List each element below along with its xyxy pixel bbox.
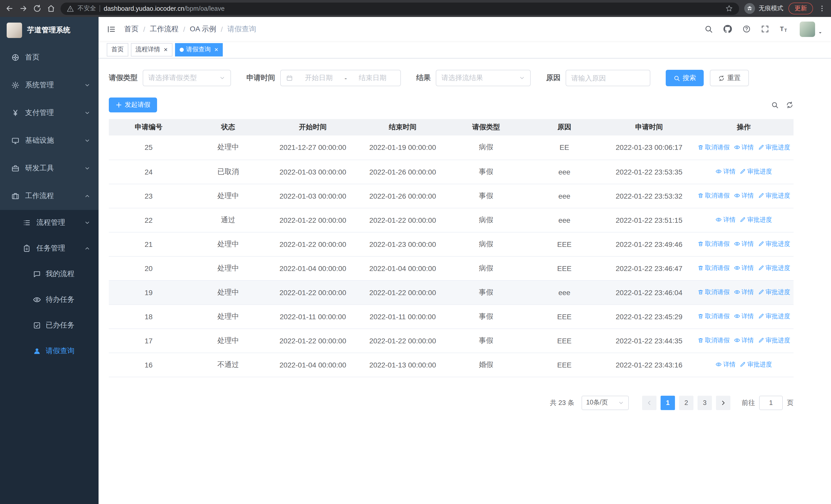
cell-actions: 详情审批进度	[694, 208, 794, 232]
create-leave-button[interactable]: 发起请假	[109, 97, 157, 112]
search-button[interactable]: 搜索	[666, 70, 704, 86]
approval-progress-link[interactable]: 审批进度	[758, 336, 790, 345]
close-icon[interactable]: ×	[164, 46, 168, 53]
clipboard-icon	[23, 244, 31, 253]
browser-menu-icon[interactable]	[818, 4, 826, 13]
back-icon[interactable]	[5, 4, 14, 13]
page-button-3[interactable]: 3	[697, 395, 712, 410]
cancel-leave-link[interactable]: 取消请假	[697, 312, 729, 321]
detail-link[interactable]: 详情	[716, 360, 736, 369]
approval-progress-link[interactable]: 审批进度	[740, 215, 772, 224]
not-secure-icon[interactable]	[67, 5, 74, 12]
reload-icon[interactable]	[33, 4, 41, 13]
help-icon[interactable]	[742, 25, 751, 33]
next-page-button[interactable]	[716, 395, 730, 410]
bookmark-star-icon[interactable]	[725, 5, 733, 12]
cancel-leave-link[interactable]: 取消请假	[697, 191, 729, 200]
page-button-2[interactable]: 2	[679, 395, 693, 410]
approval-progress-link[interactable]: 审批进度	[758, 264, 790, 272]
chevron-down-icon	[519, 75, 525, 81]
incognito-label: 无痕模式	[758, 4, 783, 13]
apply-time-range-picker[interactable]: 开始日期 - 结束日期	[280, 70, 401, 86]
incognito-avatar	[744, 3, 755, 14]
detail-link[interactable]: 详情	[734, 312, 754, 321]
pencil-icon	[740, 217, 746, 223]
reason-input[interactable]	[566, 70, 650, 86]
approval-progress-link[interactable]: 审批进度	[758, 240, 790, 248]
app-logo[interactable]: 芋道管理系统	[0, 17, 98, 43]
end-date-placeholder: 结束日期	[350, 73, 396, 83]
apply-time-label: 申请时间	[247, 73, 275, 83]
github-icon[interactable]	[723, 24, 733, 34]
sidebar-toggle-icon[interactable]	[107, 24, 116, 34]
goto-page-input[interactable]	[759, 395, 783, 410]
table-tools	[771, 101, 794, 109]
reset-button[interactable]: 重置	[710, 70, 749, 86]
sidebar-item-dev-tools[interactable]: 研发工具	[0, 154, 98, 182]
sidebar-item-workflow[interactable]: 工作流程	[0, 182, 98, 210]
plus-icon	[115, 101, 122, 108]
approval-progress-link[interactable]: 审批进度	[758, 288, 790, 297]
cancel-leave-link[interactable]: 取消请假	[697, 240, 729, 248]
approval-progress-link[interactable]: 审批进度	[740, 360, 772, 369]
cell-applied: 2022-01-22 23:43:16	[604, 353, 694, 377]
tab-process-detail[interactable]: 流程详情×	[131, 43, 172, 56]
detail-link[interactable]: 详情	[716, 167, 736, 176]
cell-applied: 2022-01-22 23:44:35	[604, 328, 694, 353]
font-size-icon[interactable]: TT	[779, 24, 789, 34]
user-menu[interactable]	[800, 21, 823, 37]
fullscreen-icon[interactable]	[761, 25, 769, 33]
sidebar-item-leave-query[interactable]: 请假查询	[0, 338, 98, 364]
approval-progress-link[interactable]: 审批进度	[740, 167, 772, 176]
table-row: 24已取消2022-01-03 00:00:002022-01-26 00:00…	[109, 159, 794, 184]
prev-page-button[interactable]	[642, 395, 657, 410]
update-button[interactable]: 更新	[789, 3, 813, 14]
detail-link[interactable]: 详情	[716, 215, 736, 224]
leave-type-select[interactable]: 请选择请假类型	[143, 70, 231, 86]
eye-icon	[734, 193, 740, 199]
page-size-select[interactable]: 10条/页	[581, 395, 629, 410]
sidebar-item-system-management[interactable]: 系统管理	[0, 71, 98, 99]
breadcrumb-item[interactable]: 首页	[124, 24, 139, 34]
toggle-search-icon[interactable]	[771, 101, 779, 109]
forward-icon[interactable]	[19, 4, 28, 13]
cell-type: 事假	[448, 184, 524, 208]
page-button-1[interactable]: 1	[661, 395, 675, 410]
search-icon[interactable]	[704, 25, 713, 33]
approval-progress-link[interactable]: 审批进度	[758, 312, 790, 321]
detail-link[interactable]: 详情	[734, 240, 754, 248]
page-buttons: 123	[659, 395, 714, 410]
tab-home[interactable]: 首页	[107, 43, 128, 56]
tab-leave-query[interactable]: 请假查询×	[175, 43, 223, 56]
cancel-leave-link[interactable]: 取消请假	[697, 264, 729, 272]
breadcrumb-item[interactable]: 工作流程	[150, 24, 179, 34]
cancel-leave-link[interactable]: 取消请假	[697, 288, 729, 297]
sidebar-item-payment-management[interactable]: 支付管理	[0, 99, 98, 127]
detail-link[interactable]: 详情	[734, 336, 754, 345]
cancel-leave-link[interactable]: 取消请假	[697, 336, 729, 345]
cancel-leave-link[interactable]: 取消请假	[697, 143, 729, 152]
result-select[interactable]: 请选择流结果	[436, 70, 531, 86]
approval-progress-link[interactable]: 审批进度	[758, 191, 790, 200]
pencil-icon	[758, 313, 764, 320]
url-domain: dashboard.yudao.iocoder.cn	[104, 5, 184, 12]
detail-link[interactable]: 详情	[734, 264, 754, 272]
breadcrumb-item[interactable]: OA 示例	[190, 24, 216, 34]
refresh-table-icon[interactable]	[786, 101, 794, 109]
sidebar-item-todo-tasks[interactable]: 待办任务	[0, 287, 98, 313]
sidebar-item-done-tasks[interactable]: 已办任务	[0, 313, 98, 338]
sidebar-item-infrastructure[interactable]: 基础设施	[0, 127, 98, 154]
sidebar-item-process-management[interactable]: 流程管理	[0, 210, 98, 236]
approval-progress-link[interactable]: 审批进度	[758, 143, 790, 152]
home-icon[interactable]	[47, 4, 55, 13]
detail-link[interactable]: 详情	[734, 143, 754, 152]
sidebar-item-my-processes[interactable]: 我的流程	[0, 261, 98, 287]
address-bar[interactable]: 不安全 dashboard.yudao.iocoder.cn/bpm/oa/le…	[61, 2, 739, 14]
cell-status: 通过	[189, 208, 268, 232]
close-icon[interactable]: ×	[214, 46, 218, 53]
sidebar-item-task-management[interactable]: 任务管理	[0, 236, 98, 261]
detail-link[interactable]: 详情	[734, 288, 754, 297]
sidebar-item-home[interactable]: 首页	[0, 43, 98, 71]
cell-start: 2022-01-03 00:00:00	[268, 184, 358, 208]
detail-link[interactable]: 详情	[734, 191, 754, 200]
